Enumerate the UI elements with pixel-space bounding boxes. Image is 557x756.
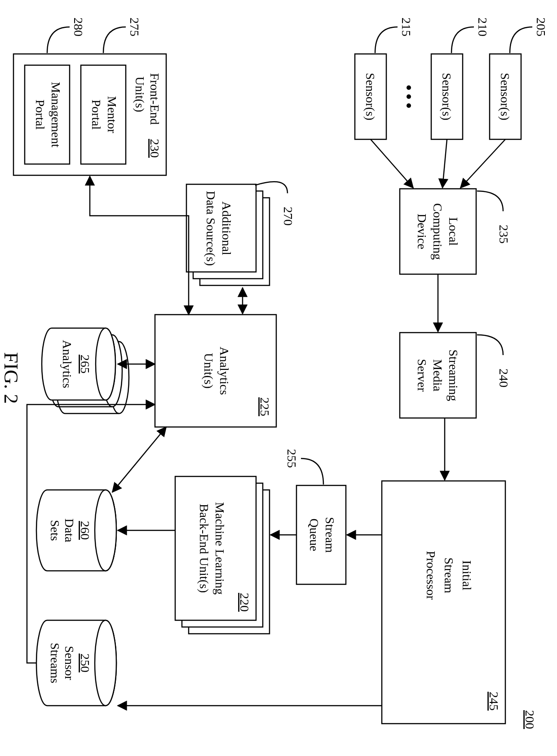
ref-235: 235 [497, 225, 511, 244]
mgmt-l2: Portal [33, 100, 47, 130]
overall-ref: 200 [523, 710, 537, 729]
add-src-stack: Additional Data Source(s) [186, 184, 270, 285]
analytics-u-l1: Analytics [217, 347, 231, 395]
leader-215 [375, 27, 398, 53]
leader-205 [510, 27, 532, 53]
ref-225: 225 [258, 397, 272, 416]
streams-l1: Sensor [62, 646, 76, 680]
init-proc-box [382, 481, 505, 724]
leader-240 [477, 335, 503, 355]
add-src-l1: Additional [220, 201, 234, 255]
ref-210: 210 [476, 18, 490, 36]
architecture-diagram: .bx{fill:#fff;stroke:#000;stroke-width:2… [0, 0, 557, 756]
ref-245: 245 [487, 692, 501, 711]
queue-l2: Queue [307, 518, 321, 551]
ref-270: 270 [281, 207, 295, 226]
mentor-l1: Mentor [105, 96, 119, 133]
ref-215: 215 [399, 18, 413, 36]
leader-235 [477, 191, 503, 211]
ref-240: 240 [497, 369, 511, 387]
leader-255 [301, 458, 323, 485]
ref-275: 275 [128, 18, 141, 36]
ml-l1: Machine Learning [213, 502, 227, 595]
ref-250: 250 [78, 654, 92, 672]
arrow-s3-local [371, 139, 413, 188]
ml-l2: Back-End Unit(s) [197, 504, 211, 593]
add-src-l2: Data Source(s) [204, 191, 218, 266]
ref-220: 220 [238, 593, 252, 612]
frontend-l2: Unit(s) [133, 76, 147, 112]
queue-l1: Stream [323, 517, 337, 553]
mgmt-l1: Management [49, 82, 63, 147]
ref-230: 230 [148, 139, 162, 158]
init-proc-l3: Processor [424, 551, 438, 600]
arrow-au-datasets [112, 427, 166, 492]
svg-point-16 [95, 620, 116, 706]
streams-l2: Streams [48, 643, 62, 683]
leader-210 [451, 27, 474, 53]
init-proc-l2: Stream [442, 557, 456, 593]
figure-caption: FIG. 2 [0, 352, 22, 404]
svg-point-12 [96, 328, 115, 400]
ref-205: 205 [534, 18, 548, 36]
svg-point-1 [407, 94, 411, 99]
init-proc-l1: Initial [460, 560, 474, 591]
leader-275 [103, 27, 126, 53]
analytics-db-label: Analytics [60, 340, 74, 388]
arrow-au-frontend2 [90, 176, 189, 315]
ellipsis-dots [407, 85, 411, 108]
sensor-streams-db: 250 Sensor Streams [36, 620, 116, 706]
ref-265: 265 [78, 355, 92, 374]
analytics-u-l2: Unit(s) [202, 353, 216, 388]
media-server-l1: Streaming [446, 349, 460, 401]
sensors-3-label: Sensor(s) [363, 73, 377, 120]
frontend-l1: Front-End [148, 73, 162, 125]
svg-point-14 [95, 490, 116, 571]
ref-260: 260 [78, 521, 92, 540]
svg-point-0 [407, 85, 411, 90]
datasets-l1: Data [62, 519, 76, 543]
sensors-2-label: Sensor(s) [440, 73, 454, 120]
mentor-l2: Portal [89, 100, 103, 130]
local-device-l3: Device [415, 213, 429, 249]
media-server-l3: Server [415, 359, 429, 392]
svg-point-2 [407, 103, 411, 108]
ref-255: 255 [285, 449, 299, 468]
media-server-l2: Media [431, 359, 445, 391]
local-device-l2: Computing [431, 203, 445, 260]
analytics-db: 265 Analytics [42, 328, 129, 414]
leader-280 [47, 27, 70, 53]
local-device-l1: Local [446, 217, 460, 246]
ml-stack: Machine Learning Back-End Unit(s) 220 [175, 476, 270, 634]
sensors-1-label: Sensor(s) [498, 73, 512, 120]
ref-280: 280 [71, 18, 85, 36]
arrow-s1-local [460, 139, 505, 188]
datasets-l2: Sets [48, 520, 62, 541]
arrow-s2-local [442, 139, 447, 188]
data-sets-db: 260 Data Sets [36, 490, 116, 571]
